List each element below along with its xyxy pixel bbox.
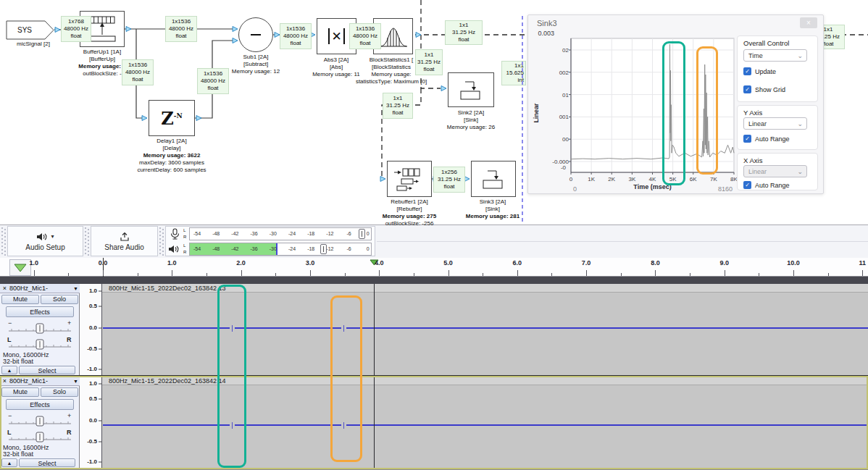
svg-text:001: 001 bbox=[559, 114, 569, 120]
effects-button[interactable]: Effects bbox=[6, 399, 74, 410]
close-icon[interactable]: × bbox=[0, 285, 9, 292]
svg-text:L: L bbox=[7, 336, 12, 343]
toolbar-grip[interactable] bbox=[85, 227, 89, 256]
track2-vertical-ruler[interactable]: 1.00.50.0-0.5-1.0 bbox=[80, 377, 102, 469]
share-audio-button[interactable]: Share Audio bbox=[91, 226, 158, 256]
recording-meter-bar[interactable]: -54-48-42-36-30-24-18-12-60 bbox=[189, 227, 372, 240]
pan-slider[interactable]: LR bbox=[6, 335, 74, 351]
y-auto-range-checkbox[interactable]: ✓Auto Range bbox=[743, 135, 790, 143]
overall-control-group: Overall Control Time⌄ ✓Update ✓Show Grid bbox=[737, 35, 818, 102]
solo-button[interactable]: Solo bbox=[41, 387, 78, 397]
svg-text:02: 02 bbox=[562, 47, 569, 54]
track2-title-bar[interactable]: × 800Hz_Mic1- ▼ bbox=[0, 377, 80, 386]
gain-slider[interactable]: −+ bbox=[6, 319, 74, 335]
solo-button[interactable]: Solo bbox=[41, 295, 78, 304]
chevron-down-icon: ⌄ bbox=[797, 50, 803, 62]
svg-text:−: − bbox=[8, 319, 12, 327]
meter-scale-number: -48 bbox=[212, 246, 220, 251]
svg-text:6K: 6K bbox=[690, 176, 697, 182]
recording-meter[interactable]: LR -54-48-42-36-30-24-18-12-60 bbox=[166, 227, 375, 241]
audio-track-1[interactable]: 800Hz_Mic1-15_2022Dec02_163842 13 1.00.5… bbox=[0, 284, 868, 375]
meter-scale-number: 0 bbox=[367, 246, 370, 251]
x-axis-dropdown[interactable]: Linear⌄ bbox=[743, 165, 807, 177]
ruler-major-tick bbox=[448, 270, 449, 276]
meter-scale-number: -6 bbox=[346, 231, 351, 236]
audio-track-2[interactable]: 800Hz_Mic1-15_2022Dec02_163842 14 1.00.5… bbox=[0, 377, 868, 469]
collapse-button[interactable]: ▲ bbox=[1, 366, 17, 374]
ruler-minor-tick bbox=[759, 273, 759, 276]
update-checkbox[interactable]: ✓Update bbox=[743, 67, 776, 75]
ruler-minor-tick bbox=[138, 273, 138, 276]
svg-text:−: − bbox=[8, 412, 12, 419]
track1-bitdepth-info: 32-bit float bbox=[3, 358, 33, 365]
x-auto-range-checkbox[interactable]: ✓Auto Range bbox=[743, 181, 790, 189]
track1-vertical-ruler[interactable]: 1.00.50.0-0.5-1.0 bbox=[80, 284, 102, 375]
annotation-rect-plot-orange bbox=[696, 46, 718, 175]
show-grid-checkbox[interactable]: ✓Show Grid bbox=[743, 85, 785, 93]
meter-scale-number: -18 bbox=[307, 231, 314, 236]
ruler-minor-tick bbox=[345, 273, 346, 276]
gain-slider[interactable]: −+ bbox=[6, 412, 74, 428]
meter-scale-number: -24 bbox=[288, 246, 296, 251]
vertical-ruler-label: 0.0 bbox=[89, 417, 97, 424]
svg-text:2K: 2K bbox=[608, 176, 615, 182]
svg-text:3K: 3K bbox=[628, 176, 635, 182]
edit-cursor-line bbox=[374, 284, 375, 469]
ruler-time-label: 1.0 bbox=[167, 259, 177, 267]
overall-control-dropdown[interactable]: Time⌄ bbox=[743, 49, 807, 62]
mute-button[interactable]: Mute bbox=[1, 387, 39, 397]
track-menu-arrow-icon[interactable]: ▼ bbox=[73, 286, 80, 291]
ruler-time-label: 9.0 bbox=[719, 259, 729, 267]
meter-scale-number: -36 bbox=[251, 246, 258, 251]
vertical-ruler-label: 1.0 bbox=[89, 288, 97, 294]
ruler-track-separator bbox=[0, 277, 868, 284]
mute-button[interactable]: Mute bbox=[1, 295, 39, 304]
meter-scale-number: -30 bbox=[270, 231, 277, 236]
y-axis-dropdown[interactable]: Linear⌄ bbox=[743, 117, 807, 130]
pan-slider[interactable]: LR bbox=[6, 428, 74, 444]
y-axis-group: Y Axis Linear⌄ ✓Auto Range bbox=[737, 105, 818, 150]
ruler-major-tick bbox=[310, 270, 311, 276]
ruler-time-label: 2.0 bbox=[236, 259, 246, 267]
ruler-major-tick bbox=[241, 270, 242, 276]
meter-scale-number: -48 bbox=[212, 231, 220, 236]
scope-window-title: Sink3 bbox=[537, 19, 557, 28]
toolbar-grip[interactable] bbox=[1, 227, 6, 256]
svg-text:0: 0 bbox=[569, 176, 573, 182]
collapse-button[interactable]: ▲ bbox=[1, 458, 17, 467]
meter-volume-slider-handle[interactable] bbox=[359, 229, 365, 239]
playback-meter-bar[interactable]: -54-48-42-36-30-24-18-12-60 bbox=[189, 243, 372, 256]
meter-scale-number: -12 bbox=[326, 231, 333, 236]
toolbar-grip[interactable] bbox=[159, 227, 164, 256]
effects-button[interactable]: Effects bbox=[6, 306, 74, 317]
svg-text:-0: -0 bbox=[561, 164, 567, 171]
meter-scale-number: -36 bbox=[251, 231, 258, 236]
meter-scale-number: -42 bbox=[231, 231, 238, 236]
meter-scale-number: -6 bbox=[346, 246, 351, 251]
ruler-minor-tick bbox=[206, 273, 207, 276]
ruler-minor-tick bbox=[551, 273, 552, 276]
chevron-down-icon: ⌄ bbox=[797, 118, 803, 130]
close-icon[interactable]: × bbox=[800, 17, 817, 28]
svg-text:R: R bbox=[67, 429, 72, 436]
close-icon[interactable]: × bbox=[0, 377, 9, 385]
checkbox-check-icon: ✓ bbox=[743, 67, 751, 75]
playback-meter[interactable]: LR -54-48-42-36-30-24-18-12-60 bbox=[166, 242, 375, 256]
ruler-time-label: 5.0 bbox=[443, 259, 453, 267]
meter-channel-labels: LR bbox=[183, 227, 186, 240]
svg-text:L: L bbox=[7, 429, 12, 436]
timeline-ruler[interactable]: 1.00.01.02.03.04.05.06.07.08.09.010.011 bbox=[0, 258, 868, 277]
track1-title-bar[interactable]: × 800Hz_Mic1- ▼ bbox=[0, 284, 80, 293]
svg-text:1K: 1K bbox=[588, 176, 595, 182]
meter-scale-number: -30 bbox=[270, 246, 277, 251]
timeline-options-button[interactable] bbox=[9, 259, 31, 276]
select-button[interactable]: Select bbox=[19, 366, 75, 374]
speaker-icon bbox=[36, 232, 49, 242]
overall-control-title: Overall Control bbox=[743, 39, 789, 47]
audio-setup-button[interactable]: ▾ Audio Setup bbox=[7, 226, 83, 256]
screenshot-root: SYS micSignal [2] BufferUp1 [1A] [Buffer… bbox=[0, 0, 868, 470]
ruler-minor-tick bbox=[483, 273, 483, 276]
meter-volume-slider-handle[interactable] bbox=[320, 244, 327, 254]
select-button[interactable]: Select bbox=[19, 458, 75, 467]
track-menu-arrow-icon[interactable]: ▼ bbox=[73, 379, 80, 384]
